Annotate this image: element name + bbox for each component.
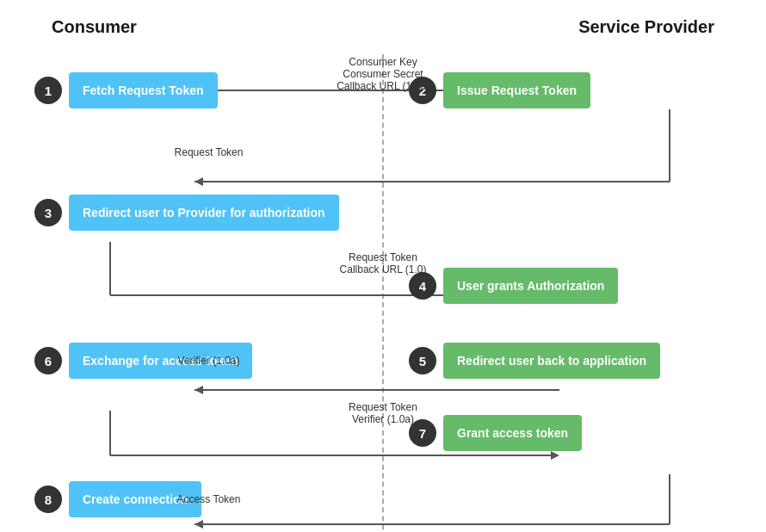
step4-container: 4 User grants Authorization — [383, 268, 732, 304]
step3-container: 3 Redirect user to Provider for authoriz… — [34, 195, 383, 231]
step1-circle: 1 — [34, 77, 62, 104]
step7-box: Grant access token — [443, 415, 582, 451]
step1-box: Fetch Request Token — [69, 72, 218, 108]
headers: Consumer Service Provider — [34, 17, 732, 37]
main-area: 1 Fetch Request Token Consumer KeyConsum… — [34, 54, 732, 532]
arrow-label-6: Access Token — [177, 493, 241, 505]
arrow-label-2: Request Token — [175, 146, 244, 158]
step6-circle: 6 — [34, 347, 62, 374]
step8-circle: 8 — [34, 486, 62, 513]
diagram-container: Consumer Service Provider — [26, 0, 740, 532]
arrow-label-4: Verifier (1.0a) — [177, 355, 239, 367]
step1-container: 1 Fetch Request Token — [34, 72, 383, 108]
row-7: Request TokenVerifier (1.0a) 7 Grant acc… — [34, 397, 732, 469]
arrow-label-3: Request TokenCallback URL (1.0) — [340, 251, 427, 275]
step4-circle: 4 — [409, 272, 436, 300]
step7-container: 7 Grant access token — [383, 415, 732, 451]
arrow-label-5: Request TokenVerifier (1.0a) — [349, 401, 417, 425]
step5-box: Redirect user back to application — [443, 343, 660, 379]
step5-container: 5 Redirect user back to application — [383, 343, 732, 379]
step2-container: 2 Issue Request Token — [383, 72, 732, 108]
consumer-header: Consumer — [52, 17, 137, 37]
step3-circle: 3 — [34, 199, 62, 226]
row-5-6: 6 Exchange for access token Verifier (1.… — [34, 325, 732, 397]
arrow-label-1: Consumer KeyConsumer SecretCallback URL … — [337, 56, 429, 92]
step4-box: User grants Authorization — [443, 268, 618, 304]
row-8: 8 Create connection Access Token — [34, 469, 732, 529]
step2-box: Issue Request Token — [443, 72, 590, 108]
row-3: 3 Redirect user to Provider for authoriz… — [34, 178, 732, 247]
row-4: Request TokenCallback URL (1.0) 4 User g… — [34, 247, 732, 325]
arrow-row-2: Request Token — [34, 127, 732, 178]
row-1-2: 1 Fetch Request Token Consumer KeyConsum… — [34, 54, 732, 127]
service-provider-header: Service Provider — [578, 17, 714, 37]
step3-box: Redirect user to Provider for authorizat… — [69, 195, 339, 231]
step5-circle: 5 — [409, 347, 436, 374]
